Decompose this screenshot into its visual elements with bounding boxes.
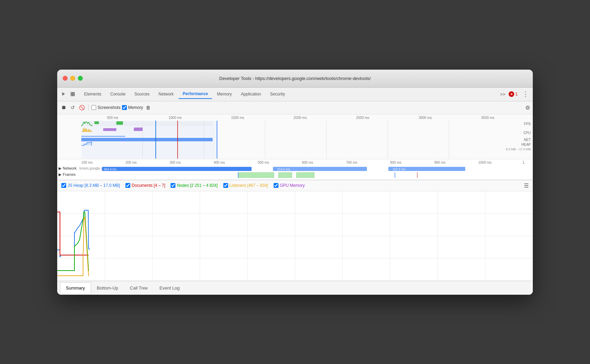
btm-800ms: 800 ms	[390, 161, 434, 164]
bottom-time-labels: 100 ms 200 ms 300 ms 400 ms 500 ms 600 m…	[81, 161, 529, 164]
error-count: 1	[515, 92, 518, 97]
frames-bars-svg	[81, 172, 529, 178]
legend-js-heap: JS Heap [8.3 MB – 17.0 MB]	[61, 183, 120, 188]
net-row-label: NET	[524, 138, 531, 142]
timeline-bottom: 100 ms 200 ms 300 ms 400 ms 500 ms 600 m…	[57, 159, 533, 180]
record-button[interactable]: ⏺	[60, 104, 68, 111]
tab-summary[interactable]: Summary	[60, 282, 91, 294]
more-tabs-button[interactable]: >>	[497, 90, 508, 98]
legend-listeners: Listeners [467 – 934]	[223, 183, 268, 188]
svg-rect-30	[296, 172, 314, 178]
cpu-row-label: CPU	[523, 131, 531, 135]
fps-row-label: FPS	[524, 122, 531, 126]
traffic-lights	[63, 76, 83, 81]
tab-network[interactable]: Network	[154, 90, 178, 99]
time-2500ms: 2500 ms	[332, 116, 394, 120]
tab-console[interactable]: Console	[106, 90, 130, 99]
listeners-checkbox[interactable]	[223, 183, 228, 188]
clear-button[interactable]: 🚫	[78, 104, 85, 111]
btm-200ms: 200 ms	[125, 161, 170, 164]
legend-menu-button[interactable]: ☰	[524, 182, 529, 189]
kebab-menu[interactable]: ⋮	[521, 89, 530, 99]
network-bars: 364.9 ms 214.0 ms 222.9 ms	[102, 166, 529, 172]
devtools-icons	[60, 90, 77, 98]
btm-300ms: 300 ms	[170, 161, 214, 164]
tab-performance[interactable]: Performance	[179, 89, 212, 99]
frames-bars	[81, 172, 529, 178]
btm-more: 1.	[522, 161, 529, 164]
tab-bar: Elements Console Sources Network Perform…	[57, 88, 533, 101]
heap-row-label: HEAP	[521, 143, 531, 146]
tab-call-tree[interactable]: Call Tree	[124, 282, 154, 294]
settings-gear-icon[interactable]: ⚙	[525, 104, 530, 111]
fullscreen-button[interactable]	[78, 76, 83, 81]
bottom-tabs: Summary Bottom-Up Call Tree Event Log	[57, 281, 533, 295]
svg-rect-18	[81, 121, 217, 159]
trash-button[interactable]: 🗑	[144, 104, 152, 111]
screenshots-checkbox[interactable]: Screenshots	[91, 105, 121, 110]
gpu-checkbox[interactable]	[274, 183, 278, 188]
memory-checkbox[interactable]: Memory	[122, 105, 143, 110]
frames-expand-arrow[interactable]: ▶	[59, 172, 61, 177]
top-time-labels: 500 ms 1000 ms 1500 ms 2000 ms 2500 ms 3…	[81, 116, 519, 120]
nodes-checkbox[interactable]	[171, 183, 175, 188]
js-heap-checkbox[interactable]	[61, 183, 66, 188]
svg-rect-29	[278, 172, 292, 178]
screenshots-label: Screenshots	[98, 105, 121, 110]
tab-sources[interactable]: Sources	[130, 90, 154, 99]
svg-text:222.9 ms: 222.9 ms	[393, 168, 406, 171]
tab-application[interactable]: Application	[237, 90, 265, 99]
legend-nodes: Nodes [2 251 – 4 824]	[171, 183, 217, 188]
tab-security[interactable]: Security	[266, 90, 289, 99]
documents-label: Documents [4 – 7]	[132, 183, 165, 188]
legend-gpu: GPU Memory	[274, 183, 305, 188]
svg-rect-3	[73, 94, 74, 96]
svg-rect-2	[71, 94, 72, 96]
nodes-label: Nodes [2 251 – 4 824]	[177, 183, 217, 188]
close-button[interactable]	[63, 76, 68, 81]
overview-chart	[81, 121, 519, 159]
performance-toolbar: ⏺ ↺ 🚫 Screenshots Memory 🗑 ⚙	[57, 101, 533, 114]
listeners-label: Listeners [467 – 934]	[230, 183, 268, 188]
devtools-body: Elements Console Sources Network Perform…	[57, 88, 533, 295]
memory-label: Memory	[128, 105, 143, 110]
timeline-overview[interactable]: 500 ms 1000 ms 1500 ms 2000 ms 2500 ms 3…	[57, 114, 533, 159]
documents-checkbox[interactable]	[125, 183, 130, 188]
network-row-text: Network	[63, 166, 77, 170]
tab-event-log[interactable]: Event Log	[154, 282, 186, 294]
timeline-section: 500 ms 1000 ms 1500 ms 2000 ms 2500 ms 3…	[57, 114, 533, 180]
inspect-icon[interactable]	[69, 90, 77, 98]
btm-600ms: 600 ms	[302, 161, 346, 164]
tab-memory[interactable]: Memory	[213, 90, 236, 99]
devtools-window: Developer Tools - https://developers.goo…	[57, 70, 533, 295]
nodes-line	[57, 212, 89, 271]
btm-400ms: 400 ms	[214, 161, 258, 164]
frames-row-text: Frames	[63, 172, 75, 176]
time-1000ms: 1000 ms	[144, 116, 206, 120]
reload-record-button[interactable]: ↺	[69, 104, 77, 111]
error-icon: ✕	[509, 91, 514, 97]
minimize-button[interactable]	[70, 76, 75, 81]
listeners-line	[57, 217, 89, 276]
time-3000ms: 3000 ms	[394, 116, 456, 120]
time-1500ms: 1500 ms	[206, 116, 269, 120]
svg-rect-22	[102, 167, 252, 171]
time-500ms: 500 ms	[81, 116, 144, 120]
btm-700ms: 700 ms	[346, 161, 390, 164]
time-3500ms: 3500 ms	[457, 116, 519, 120]
memory-checkbox-input[interactable]	[122, 105, 127, 110]
btm-100ms: 100 ms	[81, 161, 125, 164]
tab-elements[interactable]: Elements	[80, 90, 105, 99]
screenshots-checkbox-input[interactable]	[91, 105, 96, 110]
network-bars-svg: 364.9 ms 214.0 ms 222.9 ms	[102, 166, 529, 172]
network-expand-arrow[interactable]: ▶	[59, 166, 61, 171]
error-badge: ✕ 1	[509, 91, 518, 97]
svg-rect-0	[71, 92, 72, 94]
memory-grid	[57, 191, 533, 281]
svg-text:214.0 ms: 214.0 ms	[277, 168, 290, 171]
tab-bottom-up[interactable]: Bottom-Up	[91, 282, 124, 294]
gpu-label: GPU Memory	[280, 183, 305, 188]
svg-text:364.9 ms: 364.9 ms	[104, 168, 117, 171]
cursor-icon[interactable]	[60, 90, 68, 98]
memory-legend: JS Heap [8.3 MB – 17.0 MB] Documents [4 …	[57, 180, 533, 191]
